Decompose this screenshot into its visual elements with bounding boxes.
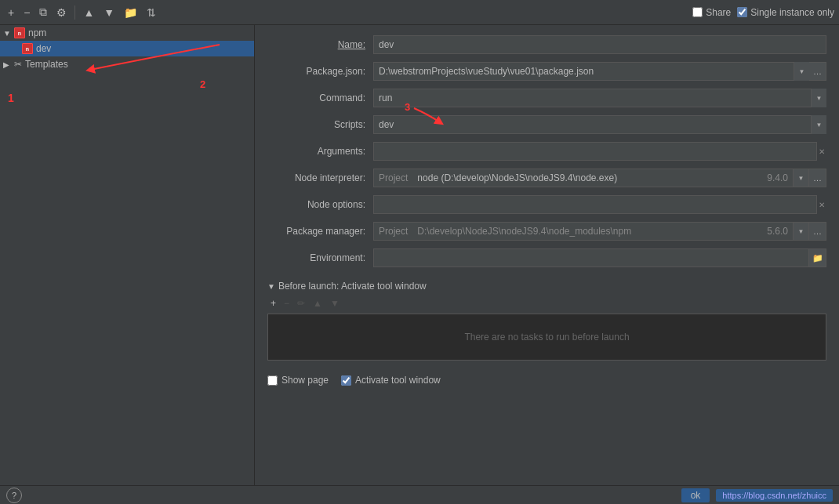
name-label: Name: [267,39,373,50]
before-launch-header: ▼ Before launch: Activate tool window [267,281,826,292]
node-options-label-text: Node options: [307,199,365,210]
command-wrapper: run install test ▼ [373,89,826,107]
copy-config-button[interactable]: ⧉ [36,4,50,20]
environment-label: Environment: [267,252,373,263]
folder-button[interactable]: 📁 [121,5,140,20]
scripts-row: Scripts: dev build ▼ 3 [267,114,826,135]
scripts-wrapper: dev build ▼ [373,115,826,134]
npm-expand-arrow: ▼ [3,29,11,38]
before-launch-section: ▼ Before launch: Activate tool window + … [267,281,826,361]
tree-item-dev[interactable]: n dev [0,41,254,56]
node-interpreter-wrapper: Project 9.4.0 ▼ [373,169,809,187]
templates-expand-arrow: ▶ [3,60,11,69]
scripts-label: Scripts: [267,119,373,130]
dev-label: dev [36,43,51,54]
node-options-input[interactable] [373,195,817,214]
arguments-clear-button[interactable]: ✕ [817,147,826,156]
share-checkbox[interactable] [692,7,703,17]
main-content: 1 ▼ n npm n dev ▶ ✂ Templates [0,25,839,485]
status-right: ok https://blog.csdn.net/zhuicc [681,488,833,502]
share-label: Share [706,7,731,18]
package-json-select[interactable]: D:\webstromProjects\vueStudy\vue01\packa… [373,62,809,81]
node-options-row: Node options: ✕ [267,194,826,215]
package-manager-wrapper: Project D:\develop\NodeJS\nodeJS9.4\node… [373,222,809,241]
package-json-browse-button[interactable]: … [809,62,826,81]
arguments-label-text: Arguments: [318,146,365,157]
node-interpreter-browse-button[interactable]: … [809,169,826,187]
arguments-label: Arguments: [267,146,373,157]
package-manager-version: 5.6.0 [762,222,794,241]
before-launch-add-button[interactable]: + [267,296,279,310]
before-launch-empty-message: There are no tasks to run before launch [464,332,629,343]
package-manager-row: Package manager: Project D:\develop\Node… [267,221,826,241]
before-launch-toggle[interactable]: ▼ [267,282,275,291]
main-toolbar: + − ⧉ ⚙ ▲ ▼ 📁 ⇅ Share Single instance on… [0,0,839,25]
before-launch-remove-button[interactable]: − [281,296,292,310]
node-version-arrow: ▼ [794,169,809,187]
move-down-button[interactable]: ▼ [100,5,118,20]
show-page-label: Show page [281,375,329,386]
activate-tool-window-item: Activate tool window [341,375,441,386]
package-manager-prefix: Project [373,222,412,241]
node-interpreter-label: Node interpreter: [267,172,373,183]
environment-input[interactable] [373,248,809,267]
node-interpreter-row: Node interpreter: Project 9.4.0 ▼ … [267,168,826,188]
package-manager-label: Package manager: [267,226,373,237]
name-input[interactable] [373,35,826,54]
show-page-checkbox[interactable] [267,375,278,386]
command-select[interactable]: run install test [373,89,826,107]
tree-item-templates[interactable]: ▶ ✂ Templates [0,56,254,72]
environment-row: Environment: 📁 [267,248,826,268]
scripts-label-text: Scripts: [334,119,365,130]
status-bar: ? ok https://blog.csdn.net/zhuicc [0,485,839,504]
sort-button[interactable]: ⇅ [143,5,159,20]
left-panel: 1 ▼ n npm n dev ▶ ✂ Templates [0,25,255,485]
ok-button[interactable]: ok [681,488,710,502]
toolbar-right: Share Single instance only [692,7,834,18]
command-label: Command: [267,92,373,103]
scripts-select[interactable]: dev build [373,115,826,134]
arguments-row: Arguments: ✕ [267,141,826,161]
single-instance-label: Single instance only [750,7,834,18]
url-badge: https://blog.csdn.net/zhuicc [716,489,833,502]
before-launch-content: There are no tasks to run before launch [267,314,826,361]
npm-icon: n [14,27,25,38]
before-launch-down-button[interactable]: ▼ [327,296,343,310]
environment-wrapper: 📁 [373,248,826,267]
node-interpreter-label-text: Node interpreter: [295,172,365,183]
tree-item-npm[interactable]: ▼ n npm [0,25,254,41]
before-launch-title: Before launch: Activate tool window [278,281,427,292]
environment-browse-button[interactable]: 📁 [809,248,826,267]
remove-config-button[interactable]: − [20,5,33,20]
help-button[interactable]: ? [6,488,22,503]
npm-label: npm [28,27,46,38]
node-interpreter-path-input[interactable] [412,169,762,187]
settings-button[interactable]: ⚙ [53,5,70,20]
node-interpreter-prefix: Project [373,169,412,187]
show-page-item: Show page [267,375,329,386]
dev-icon: n [22,43,33,54]
package-manager-path: D:\develop\NodeJS\nodeJS9.4\node_modules… [412,222,762,241]
activate-tool-window-label: Activate tool window [355,375,441,386]
before-launch-edit-button[interactable]: ✏ [294,296,308,310]
package-manager-arrow: ▼ [794,222,809,241]
single-instance-checkbox[interactable] [737,7,747,17]
command-label-text: Command: [319,92,365,103]
bottom-checkboxes: Show page Activate tool window [267,368,826,392]
command-row: Command: run install test ▼ [267,88,826,108]
package-json-label: Package.json: [267,66,373,77]
arguments-input[interactable] [373,142,817,161]
package-json-row: Package.json: D:\webstromProjects\vueStu… [267,61,826,82]
activate-tool-window-checkbox[interactable] [341,375,351,386]
package-manager-browse-button[interactable]: … [809,222,826,241]
before-launch-up-button[interactable]: ▲ [310,296,325,310]
move-up-button[interactable]: ▲ [80,5,97,20]
node-options-label: Node options: [267,199,373,210]
environment-label-text: Environment: [310,252,365,263]
add-config-button[interactable]: + [5,5,17,20]
single-instance-checkbox-item: Single instance only [737,7,834,18]
package-manager-label-text: Package manager: [286,226,365,237]
node-options-clear-button[interactable]: ✕ [817,201,826,209]
name-label-text: Name: [338,39,365,50]
name-row: Name: [267,34,826,55]
